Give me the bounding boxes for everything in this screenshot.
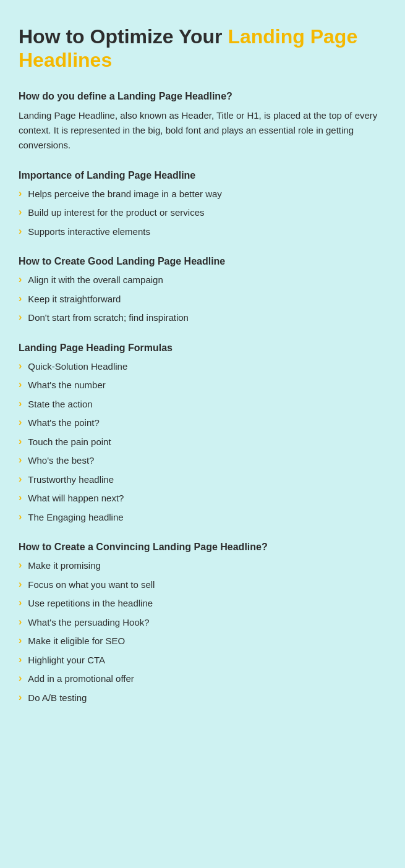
chevron-icon: › <box>19 417 22 428</box>
list-item: ›Make it promising <box>19 559 386 573</box>
list-item: ›Focus on what you want to sell <box>19 578 386 592</box>
list-item: ›Build up interest for the product or se… <box>19 206 386 220</box>
list-item-text: What will happen next? <box>28 491 124 506</box>
section-importance: Importance of Landing Page Headline›Help… <box>19 170 386 239</box>
list-item: ›Make it eligible for SEO <box>19 634 386 649</box>
content-sections: How do you define a Landing Page Headlin… <box>19 91 386 705</box>
section-heading-convincing: How to Create a Convincing Landing Page … <box>19 542 386 553</box>
list-item-text: Highlight your CTA <box>28 653 105 668</box>
list-item-text: What's the persuading Hook? <box>28 616 149 630</box>
list-item-text: Keep it straightforward <box>28 292 121 307</box>
list-item-text: What's the number <box>28 378 105 393</box>
chevron-icon: › <box>19 692 22 703</box>
list-item-text: What's the point? <box>28 416 99 430</box>
chevron-icon: › <box>19 673 22 684</box>
list-item: ›Add in a promotional offer <box>19 672 386 686</box>
chevron-icon: › <box>19 492 22 503</box>
list-item-text: Touch the pain point <box>28 435 111 449</box>
chevron-icon: › <box>19 511 22 522</box>
list-item-text: State the action <box>28 398 92 412</box>
chevron-icon: › <box>19 226 22 237</box>
chevron-icon: › <box>19 654 22 665</box>
chevron-icon: › <box>19 635 22 646</box>
section-heading-define: How do you define a Landing Page Headlin… <box>19 91 386 102</box>
chevron-icon: › <box>19 398 22 409</box>
section-define: How do you define a Landing Page Headlin… <box>19 91 386 153</box>
list-item-text: Use repetitions in the headline <box>28 597 153 611</box>
section-heading-importance: Importance of Landing Page Headline <box>19 170 386 181</box>
list-item-text: The Engaging headline <box>28 511 123 525</box>
chevron-icon: › <box>19 454 22 466</box>
chevron-icon: › <box>19 206 22 218</box>
list-item-text: Build up interest for the product or ser… <box>28 206 204 220</box>
list-item-text: Make it eligible for SEO <box>28 634 125 649</box>
list-item: ›The Engaging headline <box>19 511 386 525</box>
chevron-icon: › <box>19 312 22 323</box>
section-body-define: Landing Page Headline, also known as Hea… <box>19 108 386 153</box>
chevron-icon: › <box>19 560 22 571</box>
page-title: How to Optimize Your Landing Page Headli… <box>19 25 386 72</box>
list-item-text: Do A/B testing <box>28 691 87 705</box>
list-item: ›Touch the pain point <box>19 435 386 449</box>
list-item-text: Quick-Solution Headline <box>28 360 127 374</box>
list-item-text: Supports interactive elements <box>28 225 150 239</box>
list-item: ›What will happen next? <box>19 491 386 506</box>
section-heading-formulas: Landing Page Heading Formulas <box>19 343 386 354</box>
list-item-text: Don't start from scratch; find inspirati… <box>28 311 189 325</box>
chevron-icon: › <box>19 379 22 390</box>
list-item: ›Quick-Solution Headline <box>19 360 386 374</box>
chevron-icon: › <box>19 274 22 285</box>
title-plain: How to Optimize Your <box>19 25 228 48</box>
chevron-icon: › <box>19 579 22 590</box>
list-item-text: Helps perceive the brand image in a bett… <box>28 187 222 202</box>
list-item-text: Add in a promotional offer <box>28 672 134 686</box>
list-item-text: Focus on what you want to sell <box>28 578 155 592</box>
chevron-icon: › <box>19 188 22 199</box>
chevron-icon: › <box>19 616 22 628</box>
chevron-icon: › <box>19 597 22 608</box>
list-item: ›Helps perceive the brand image in a bet… <box>19 187 386 202</box>
chevron-icon: › <box>19 293 22 304</box>
list-item: ›Trustworthy headline <box>19 473 386 487</box>
section-how-create: How to Create Good Landing Page Headline… <box>19 256 386 325</box>
list-item: ›Use repetitions in the headline <box>19 597 386 611</box>
list-item: ›Supports interactive elements <box>19 225 386 239</box>
list-item-text: Align it with the overall campaign <box>28 273 163 287</box>
section-formulas: Landing Page Heading Formulas›Quick-Solu… <box>19 343 386 525</box>
chevron-icon: › <box>19 360 22 372</box>
chevron-icon: › <box>19 474 22 485</box>
list-item: ›Keep it straightforward <box>19 292 386 307</box>
list-item: ›Highlight your CTA <box>19 653 386 668</box>
section-convincing: How to Create a Convincing Landing Page … <box>19 542 386 705</box>
list-item: ›What's the persuading Hook? <box>19 616 386 630</box>
list-item: ›Align it with the overall campaign <box>19 273 386 287</box>
list-item: ›Who's the best? <box>19 454 386 468</box>
chevron-icon: › <box>19 436 22 447</box>
list-item: ›What's the number <box>19 378 386 393</box>
list-item-text: Who's the best? <box>28 454 94 468</box>
list-item: ›What's the point? <box>19 416 386 430</box>
list-item: ›Do A/B testing <box>19 691 386 705</box>
list-item-text: Make it promising <box>28 559 101 573</box>
list-item: ›Don't start from scratch; find inspirat… <box>19 311 386 325</box>
section-heading-how-create: How to Create Good Landing Page Headline <box>19 256 386 267</box>
list-item: ›State the action <box>19 398 386 412</box>
list-item-text: Trustworthy headline <box>28 473 114 487</box>
